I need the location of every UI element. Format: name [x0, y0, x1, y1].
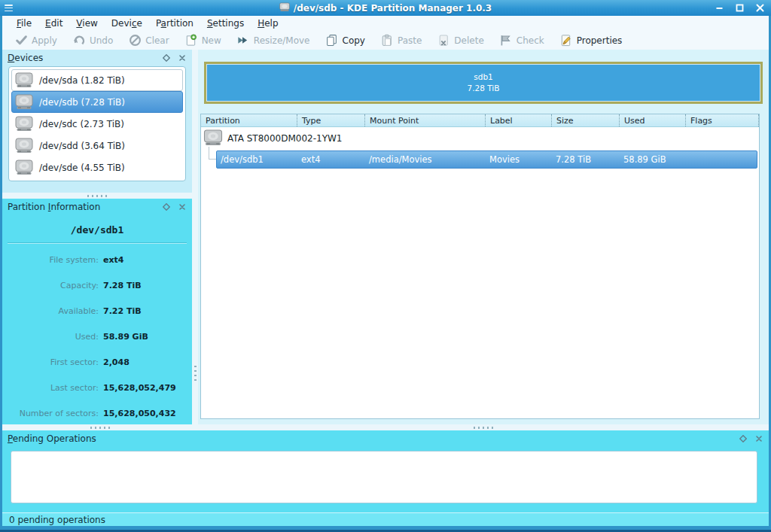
titlebar: /dev/sdb - KDE Partition Manager 1.0.3 [0, 0, 771, 16]
menu-file[interactable]: File [10, 16, 38, 31]
new-icon [184, 34, 198, 47]
info-row: Last sector:15,628,052,479 [2, 375, 192, 400]
new-label: New [202, 35, 221, 46]
info-row: Capacity:7.28 TiB [2, 272, 192, 298]
pending-float-icon[interactable] [739, 434, 748, 443]
pending-operations-panel: Pending Operations [2, 430, 769, 512]
device-item-label: /dev/sdd (3.64 TiB) [39, 141, 125, 151]
pending-splitter[interactable] [2, 424, 769, 430]
menubar: FileEditViewDevicePartitionSettingsHelp [2, 16, 769, 31]
hdd-icon [203, 129, 223, 148]
info-value: 15,628,050,432 [103, 409, 176, 418]
column-header-used[interactable]: Used [619, 114, 685, 126]
column-header-type[interactable]: Type [297, 114, 364, 126]
info-label: Available: [2, 306, 99, 316]
device-item[interactable]: /dev/sda (1.82 TiB) [11, 69, 183, 91]
device-item-label: /dev/sdc (2.73 TiB) [39, 119, 124, 129]
column-header-flags[interactable]: Flags [685, 114, 759, 126]
menu-edit[interactable]: Edit [38, 16, 69, 31]
partition-info-close-icon[interactable] [178, 202, 187, 211]
partition-cell: /media/Movies [364, 154, 485, 165]
pending-operations-title: Pending Operations [8, 433, 739, 444]
info-label: File system: [2, 255, 99, 265]
properties-button[interactable]: Properties [553, 32, 629, 49]
clear-button[interactable]: Clear [122, 32, 175, 49]
device-item[interactable]: /dev/sdd (3.64 TiB) [11, 135, 183, 157]
partition-visual-bar[interactable]: sdb1 7.28 TiB [204, 62, 763, 104]
info-label: Capacity: [2, 281, 99, 290]
new-button[interactable]: New [178, 32, 227, 49]
check-button[interactable]: Check [493, 32, 550, 49]
hdd-icon [15, 160, 33, 175]
properties-icon [559, 34, 573, 47]
maximize-button[interactable] [735, 4, 744, 13]
info-row: File system:ext4 [2, 247, 192, 272]
info-row: Used:58.89 GiB [2, 324, 192, 349]
column-header-label[interactable]: Label [485, 114, 551, 126]
pending-close-icon[interactable] [754, 434, 763, 443]
info-label: First sector: [2, 357, 99, 367]
resize-move-button[interactable]: Resize/Move [230, 32, 316, 49]
apply-label: Apply [32, 35, 57, 46]
column-header-size[interactable]: Size [551, 114, 619, 126]
partition-cell: 58.89 GiB [619, 154, 685, 165]
hdd-icon [15, 72, 33, 88]
window-menu-icon[interactable] [5, 5, 13, 11]
devices-float-icon[interactable] [162, 53, 171, 62]
table-row-partition[interactable]: /dev/sdb1ext4/media/MoviesMovies7.28 TiB… [201, 150, 759, 169]
info-row: Available:7.22 TiB [2, 298, 192, 324]
menu-view[interactable]: View [69, 16, 104, 31]
minimize-button[interactable] [715, 4, 724, 13]
paste-label: Paste [398, 35, 422, 46]
delete-icon [437, 34, 450, 47]
table-row-device[interactable]: ATA ST8000DM002-1YW1 [201, 127, 759, 150]
device-item[interactable]: /dev/sdb (7.28 TiB) [11, 91, 183, 113]
apply-button[interactable]: Apply [8, 32, 63, 49]
device-item[interactable]: /dev/sdc (2.73 TiB) [11, 113, 183, 135]
check-icon [499, 34, 513, 47]
delete-button[interactable]: Delete [431, 32, 489, 49]
partition-info-panel: Partition Information /dev/sdb1 File sys… [2, 199, 192, 424]
partition-cell: /dev/sdb1 [201, 154, 297, 165]
menu-help[interactable]: Help [251, 16, 285, 31]
toolbar: ApplyUndoClearNewResize/MoveCopyPasteDel… [2, 31, 769, 50]
copy-button[interactable]: Copy [319, 32, 371, 49]
resize-move-icon [236, 34, 250, 47]
menu-partition[interactable]: Partition [149, 16, 200, 31]
clear-label: Clear [145, 35, 169, 46]
partition-info-title: Partition Information [8, 202, 162, 212]
menu-device[interactable]: Device [105, 16, 149, 31]
devices-close-icon[interactable] [178, 53, 187, 62]
info-row: First sector:2,048 [2, 349, 192, 375]
close-button[interactable] [755, 4, 764, 13]
undo-label: Undo [90, 35, 113, 46]
hdd-icon [15, 116, 33, 132]
central-area: sdb1 7.28 TiB PartitionTypeMount PointLa… [198, 50, 769, 424]
menu-settings[interactable]: Settings [200, 16, 251, 31]
partition-info-device: /dev/sdb1 [2, 224, 192, 236]
info-value: 58.89 GiB [103, 332, 148, 342]
device-item[interactable]: /dev/sde (4.55 TiB) [11, 157, 183, 178]
devices-list: /dev/sda (1.82 TiB)/dev/sdb (7.28 TiB)/d… [8, 66, 186, 181]
partition-table: PartitionTypeMount PointLabelSizeUsedFla… [200, 114, 760, 419]
left-main-splitter[interactable] [192, 50, 198, 424]
devices-panel: Devices /dev/sda (1.82 TiB)/dev/sdb (7.2… [2, 50, 192, 193]
undo-button[interactable]: Undo [66, 32, 119, 49]
device-item-label: /dev/sde (4.55 TiB) [39, 163, 125, 173]
column-header-partition[interactable]: Partition [201, 114, 297, 126]
info-value: 7.22 TiB [103, 306, 142, 316]
undo-icon [72, 34, 86, 47]
delete-label: Delete [454, 35, 483, 46]
copy-label: Copy [343, 35, 365, 46]
statusbar: 0 pending operations [2, 512, 769, 526]
devices-panel-title: Devices [8, 53, 162, 63]
properties-label: Properties [577, 35, 623, 46]
clear-icon [128, 34, 142, 47]
column-header-mount-point[interactable]: Mount Point [364, 114, 485, 126]
copy-icon [325, 34, 339, 47]
paste-button[interactable]: Paste [374, 32, 428, 49]
info-row: Number of sectors:15,628,050,432 [2, 400, 192, 424]
partition-info-float-icon[interactable] [162, 202, 171, 211]
devices-partinfo-splitter[interactable] [2, 193, 192, 199]
apply-icon [14, 34, 28, 47]
